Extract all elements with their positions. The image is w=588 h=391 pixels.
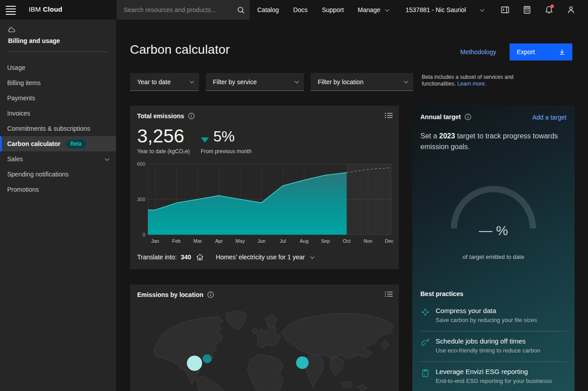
card-options-list-icon[interactable] [385,291,393,297]
chevron-down-icon [190,79,194,83]
billing-sidebar: Billing and usage UsageBilling itemsPaym… [0,20,116,391]
svg-text:Oct: Oct [343,238,350,244]
sidebar-item-label: Payments [7,95,35,102]
sidebar-divider [7,52,109,52]
best-practice-subtitle: Save carbon by reducing your file sizes [436,317,537,323]
manage-menu[interactable]: Manage [358,0,388,20]
sidebar-item-promotions[interactable]: Promotions [0,182,116,197]
best-practices-list: Compress your dataSave carbon by reducin… [420,301,566,391]
emissions-by-location-card: Emissions by location [130,284,399,391]
delta-indicator: 5% [201,128,235,145]
svg-text:Jul: Jul [280,238,286,244]
best-practice-item[interactable]: Compress your dataSave carbon by reducin… [420,301,566,331]
best-practice-item[interactable]: Leverage Envizi ESG reportingEnd-to-end … [420,362,566,391]
svg-text:Apr: Apr [215,238,223,244]
chevron-down-icon [480,7,484,12]
header-link-docs[interactable]: Docs [286,6,315,13]
total-emissions-value: 3,256 [137,125,184,147]
map-landmass [153,317,223,384]
ibm-cloud-app: IBM Cloud CatalogDocsSupport Manage 1537… [0,0,588,391]
filter-dropdown-filter-by-location[interactable]: Filter by location [311,73,413,91]
header-nav: CatalogDocsSupport [250,0,351,20]
chevron-down-icon [404,79,408,83]
notifications-bell-icon[interactable] [542,3,556,17]
menu-icon[interactable] [6,6,16,14]
learn-more-link[interactable]: Learn more. [457,81,486,87]
filter-bar: Year to dateFilter by serviceFilter by l… [130,73,413,91]
gauge-caption: of target emitted to date [412,254,575,260]
beta-badge: Beta [66,140,86,148]
brand-prefix: IBM [29,5,41,13]
info-icon[interactable] [188,112,195,120]
target-description: Set a 2023 target to track progress towa… [420,131,559,152]
beta-note: Beta includes a subset of services and f… [422,74,529,87]
sidebar-item-invoices[interactable]: Invoices [0,106,116,121]
best-practice-item[interactable]: Schedule jobs during off timesUse eco-fr… [420,331,566,362]
account-chevron[interactable] [480,0,483,20]
card-options-list-icon[interactable] [385,112,393,119]
delta-caption: From previous month [201,148,251,155]
methodology-link[interactable]: Methodology [460,48,496,56]
sidebar-item-label: Commitments & subscriptions [7,125,90,132]
best-practice-subtitle: End-to-end ESG reporting for your busine… [436,378,552,384]
chevron-down-icon [105,156,109,161]
cloud-shell-icon[interactable] [498,3,512,17]
map-landmass [281,313,393,359]
manage-label: Manage [358,6,380,13]
emission-bubble [203,354,212,363]
page-title: Carbon calculator [130,43,230,57]
decrease-triangle-icon [201,137,209,142]
main-content: Carbon calculator Methodology Export Yea… [116,20,588,391]
filter-dropdown-year-to-date[interactable]: Year to date [130,73,199,91]
emissions-area-chart: 6003000JanFebMarAprMayJunJulAugSepOctNov… [134,160,394,246]
search-icon[interactable] [232,0,250,20]
sidebar-item-spending-notifications[interactable]: Spending notifications [0,167,116,182]
sidebar-item-usage[interactable]: Usage [0,60,116,75]
sidebar-item-payments[interactable]: Payments [0,90,116,106]
map-landmass [305,354,324,387]
svg-text:Nov: Nov [363,238,372,244]
search-input[interactable] [117,6,232,13]
sidebar-item-billing-items[interactable]: Billing items [0,75,116,90]
svg-text:300: 300 [137,197,145,202]
svg-text:Mar: Mar [194,238,202,244]
header-link-catalog[interactable]: Catalog [250,6,286,13]
brand-logo[interactable]: IBM Cloud [29,5,62,13]
filter-dropdown-filter-by-service[interactable]: Filter by service [206,73,304,91]
svg-text:Feb: Feb [172,238,181,244]
map-landmass [357,385,368,391]
svg-text:0: 0 [143,232,145,237]
user-avatar-icon[interactable] [564,3,578,17]
sidebar-item-label: Promotions [7,186,39,193]
info-icon[interactable] [207,291,214,298]
best-practice-subtitle: Use eco-friendly timing to reduce carbon [436,347,540,354]
header-link-support[interactable]: Support [315,6,351,13]
map-landmass [341,381,353,387]
chevron-down-icon [294,79,299,83]
emission-bubble [187,356,202,371]
account-selector[interactable]: 1537881 - Nic Sauriol [406,0,466,20]
map-landmass [330,357,344,376]
card-title: Annual target [420,113,461,120]
svg-text:Dec: Dec [385,238,394,244]
sidebar-item-label: Carbon calculator [7,140,61,147]
svg-text:600: 600 [137,161,145,167]
cost-estimator-icon[interactable] [520,3,534,17]
map-landmass [226,310,246,330]
sidebar-item-sales[interactable]: Sales [0,151,116,167]
dropdown-value: Filter by service [213,78,257,86]
info-icon[interactable] [464,113,471,120]
brand-suffix: Cloud [43,5,63,13]
sidebar-item-commitments-subscriptions[interactable]: Commitments & subscriptions [0,121,116,136]
partly-cloudy-icon [8,26,17,35]
export-button[interactable]: Export [510,43,572,60]
global-search [117,0,250,20]
translate-unit-dropdown[interactable]: Homes’ electricity use for 1 year [216,254,305,261]
chevron-down-icon[interactable] [310,254,315,259]
card-title: Emissions by location [137,291,203,298]
export-label: Export [517,48,535,56]
sidebar-item-carbon-calculator[interactable]: Carbon calculatorBeta [0,136,116,151]
svg-text:Jun: Jun [258,238,266,244]
svg-text:Aug: Aug [300,238,309,244]
add-target-link[interactable]: Add a target [532,114,566,121]
